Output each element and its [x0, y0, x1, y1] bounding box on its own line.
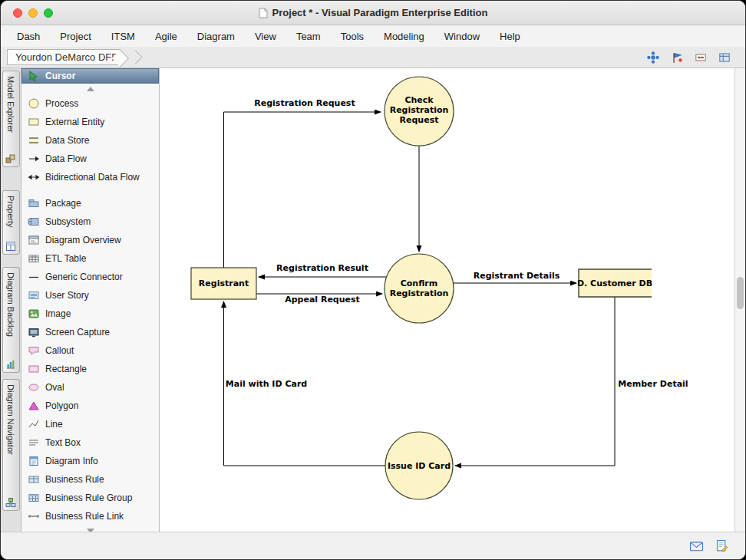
external-entity-icon — [27, 116, 40, 128]
palette-scroll-down[interactable] — [21, 525, 159, 532]
svg-text:D. Customer DB: D. Customer DB — [577, 278, 652, 288]
menu-itsm[interactable]: ITSM — [101, 25, 145, 47]
bidirectional-data-flow-icon — [27, 171, 40, 183]
palette-cursor-label: Cursor — [45, 71, 75, 81]
flow-label-registration-request: Registration Request — [254, 98, 355, 108]
business-rule-link-icon — [27, 510, 40, 522]
palette-scroll-up[interactable] — [21, 84, 159, 94]
sidebar-tab-model-explorer[interactable]: Model Explorer — [2, 71, 20, 167]
menu-diagram[interactable]: Diagram — [187, 25, 245, 47]
business-rule-icon — [27, 473, 40, 486]
menu-agile[interactable]: Agile — [145, 25, 187, 47]
external-entity-registrant[interactable]: Registrant — [191, 268, 256, 299]
scrollbar-thumb[interactable] — [737, 277, 744, 309]
model-explorer-icon — [5, 153, 16, 164]
panel-layout-icon[interactable] — [716, 49, 733, 66]
palette-item-subsystem[interactable]: Subsystem — [21, 212, 159, 231]
palette-item-process[interactable]: Process — [21, 94, 159, 113]
sidebar-tab-property[interactable]: Property — [2, 190, 20, 255]
menu-tools[interactable]: Tools — [331, 25, 374, 47]
menu-project[interactable]: Project — [50, 25, 101, 47]
svg-text:Issue ID Card: Issue ID Card — [388, 461, 451, 471]
palette-item-screen-capture[interactable]: Screen Capture — [21, 323, 159, 341]
menubar: Dash Project ITSM Agile Diagram View Tea… — [1, 25, 745, 47]
vertical-scrollbar[interactable] — [734, 68, 745, 532]
palette-item-polygon[interactable]: Polygon — [21, 397, 159, 415]
line-icon — [27, 418, 40, 430]
menu-modeling[interactable]: Modeling — [374, 25, 434, 47]
package-icon — [27, 197, 40, 209]
sidebar-tab-diagram-navigator[interactable]: Diagram Navigator — [2, 379, 20, 511]
business-rule-group-icon — [27, 492, 40, 504]
process-confirm-registration[interactable]: Confirm Registration — [385, 254, 454, 323]
sidebar-tab-label: Property — [6, 196, 15, 228]
palette-item-generic-connector[interactable]: Generic Connector — [21, 268, 159, 286]
menu-team[interactable]: Team — [286, 25, 331, 47]
diagram-info-icon — [27, 455, 40, 467]
menu-help[interactable]: Help — [490, 25, 530, 47]
sidebar-tab-diagram-backlog[interactable]: Diagram Backlog — [2, 267, 20, 373]
data-store-icon — [27, 134, 40, 147]
generic-connector-icon — [27, 271, 40, 283]
window-title: Project * - Visual Paradigm Enterprise E… — [272, 7, 488, 18]
menu-window[interactable]: Window — [434, 25, 490, 47]
oval-icon — [27, 381, 40, 394]
flow-label-registrant-details: Registrant Details — [474, 271, 560, 281]
palette-item-business-rule[interactable]: Business Rule — [21, 470, 159, 489]
flow-registration-request[interactable] — [224, 112, 381, 268]
palette-item-data-flow[interactable]: Data Flow — [21, 150, 159, 168]
compose-note-icon[interactable] — [715, 539, 728, 552]
palette-item-diagram-info[interactable]: Diagram Info — [21, 452, 159, 470]
menu-view[interactable]: View — [245, 25, 286, 47]
triangle-up-icon — [87, 87, 94, 91]
palette-item-rectangle[interactable]: Rectangle — [21, 360, 159, 378]
palette-item-callout[interactable]: Callout — [21, 341, 159, 360]
sidebar-tab-label: Diagram Backlog — [6, 272, 15, 337]
palette-item-image[interactable]: Image — [21, 305, 159, 323]
diagram-backlog-icon — [5, 359, 16, 370]
process-issue-id-card[interactable]: Issue ID Card — [385, 432, 453, 499]
subsystem-icon — [27, 216, 40, 228]
diagram-tab-label: Yourdon DeMarco DFD — [15, 51, 119, 63]
data-store-customer-db[interactable]: D. Customer DB — [577, 269, 652, 297]
palette-item-bidirectional-data-flow[interactable]: Bidirectional Data Flow — [21, 168, 159, 186]
menu-dash[interactable]: Dash — [7, 25, 50, 47]
traffic-lights — [13, 8, 53, 18]
envelope-icon[interactable] — [689, 540, 704, 552]
minimize-window-button[interactable] — [28, 8, 38, 18]
rectangle-icon — [27, 363, 40, 375]
diagram-navigator-icon — [5, 497, 16, 508]
user-story-icon — [27, 289, 40, 301]
palette-item-diagram-overview[interactable]: Diagram Overview — [21, 231, 159, 249]
flow-member-detail[interactable] — [455, 297, 615, 466]
svg-text:Check: Check — [404, 95, 434, 105]
palette-item-etl-table[interactable]: ETL Table — [21, 249, 159, 268]
palette-cursor[interactable]: Cursor — [21, 68, 159, 84]
palette-item-business-rule-link[interactable]: Business Rule Link — [21, 507, 159, 525]
palette-item-data-store[interactable]: Data Store — [21, 131, 159, 150]
palette-item-text-box[interactable]: Text Box — [21, 433, 159, 452]
palette-item-oval[interactable]: Oval — [21, 378, 159, 397]
diagram-overview-icon — [27, 234, 40, 246]
diagram-canvas[interactable]: Registration Request Registration Result… — [160, 68, 734, 532]
property-grid-icon — [5, 241, 16, 252]
svg-text:Registration: Registration — [390, 288, 449, 298]
dfd-diagram: Registration Request Registration Result… — [160, 68, 734, 532]
palette-item-user-story[interactable]: User Story — [21, 286, 159, 305]
close-window-button[interactable] — [13, 8, 22, 18]
palette-item-package[interactable]: Package — [21, 194, 159, 212]
zoom-window-button[interactable] — [44, 8, 53, 18]
palette-item-business-rule-group[interactable]: Business Rule Group — [21, 489, 159, 507]
diagram-tab[interactable]: Yourdon DeMarco DFD — [7, 49, 120, 65]
sidebar-tab-label: Diagram Navigator — [6, 384, 15, 455]
fit-bounds-icon[interactable] — [692, 49, 709, 66]
palette-item-external-entity[interactable]: External Entity — [21, 113, 159, 131]
toolbar-row: Yourdon DeMarco DFD — [1, 47, 745, 68]
diagram-elements-icon[interactable] — [645, 49, 662, 66]
callout-icon — [27, 344, 40, 357]
app-window: Project * - Visual Paradigm Enterprise E… — [0, 0, 746, 560]
announcement-icon[interactable] — [668, 49, 685, 66]
palette-item-line[interactable]: Line — [21, 415, 159, 433]
svg-text:Registrant: Registrant — [199, 278, 249, 288]
process-check-registration-request[interactable]: Check Registration Request — [385, 77, 454, 146]
